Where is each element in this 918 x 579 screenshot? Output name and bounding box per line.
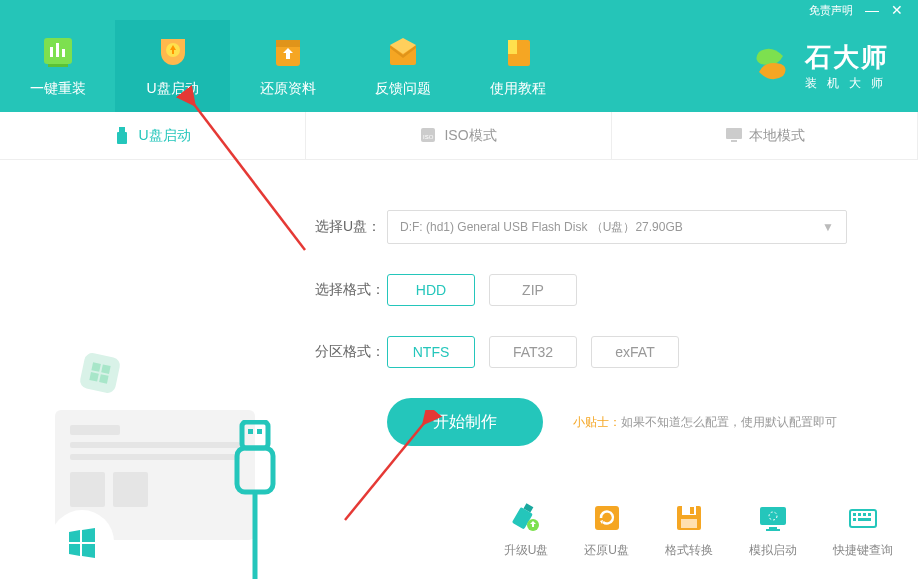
- brand: 石大师 装机大师: [749, 40, 918, 92]
- svg-rect-24: [237, 448, 273, 492]
- tip-body: 如果不知道怎么配置，使用默认配置即可: [621, 415, 837, 429]
- disclaimer-link[interactable]: 免责声明: [809, 3, 853, 18]
- chevron-down-icon: ▼: [822, 220, 834, 234]
- windows-logo-badge: [50, 510, 114, 574]
- nav-label: 一键重装: [30, 80, 86, 98]
- svg-rect-37: [766, 529, 780, 531]
- svg-rect-39: [853, 513, 856, 516]
- iso-icon: ISO: [420, 127, 438, 145]
- svg-rect-3: [62, 49, 65, 57]
- svg-rect-21: [242, 422, 268, 448]
- tool-label: 模拟启动: [749, 542, 797, 559]
- svg-rect-12: [117, 132, 127, 144]
- nav-label: 还原资料: [260, 80, 316, 98]
- tab-local[interactable]: 本地模式: [612, 112, 918, 159]
- book-icon: [498, 34, 538, 72]
- tool-label: 快捷键查询: [833, 542, 893, 559]
- nav-restore[interactable]: 还原资料: [230, 20, 345, 112]
- svg-rect-23: [257, 429, 262, 434]
- header-nav: 一键重装 U盘启动 还原资料 反馈问题 使用教程 石大师 装机大师: [0, 20, 918, 112]
- svg-rect-19: [89, 372, 98, 381]
- minimize-button[interactable]: —: [865, 5, 879, 15]
- start-create-button[interactable]: 开始制作: [387, 398, 543, 446]
- nav-label: 反馈问题: [375, 80, 431, 98]
- monitor-boot-icon: [757, 502, 789, 534]
- svg-rect-32: [690, 507, 694, 514]
- tab-label: ISO模式: [444, 127, 496, 145]
- svg-rect-10: [508, 40, 517, 54]
- usb-select-label: 选择U盘：: [315, 218, 387, 236]
- partition-opt-fat32[interactable]: FAT32: [489, 336, 577, 368]
- svg-rect-42: [868, 513, 871, 516]
- title-bar: 免责声明 — ✕: [0, 0, 918, 20]
- partition-opt-ntfs[interactable]: NTFS: [387, 336, 475, 368]
- svg-rect-18: [101, 364, 110, 373]
- usb-restore-icon: [591, 502, 623, 534]
- svg-rect-7: [276, 40, 300, 47]
- tool-shortcut-query[interactable]: 快捷键查询: [833, 502, 893, 559]
- tool-format-convert[interactable]: 格式转换: [665, 502, 713, 559]
- tab-iso[interactable]: ISO ISO模式: [306, 112, 612, 159]
- partition-opt-exfat[interactable]: exFAT: [591, 336, 679, 368]
- svg-rect-43: [853, 518, 856, 521]
- floppy-icon: [673, 502, 705, 534]
- svg-rect-16: [731, 140, 737, 142]
- svg-rect-15: [726, 128, 742, 139]
- nav-label: U盘启动: [146, 80, 198, 98]
- svg-rect-17: [91, 362, 100, 371]
- upload-icon: [268, 34, 308, 72]
- svg-rect-11: [119, 127, 125, 132]
- brand-title: 石大师: [805, 40, 893, 75]
- tool-upgrade-usb[interactable]: 升级U盘: [504, 502, 549, 559]
- dropdown-value: D:F: (hd1) General USB Flash Disk （U盘）27…: [400, 219, 683, 236]
- tool-label: 还原U盘: [584, 542, 629, 559]
- brand-subtitle: 装机大师: [805, 75, 893, 92]
- monitor-icon: [725, 127, 743, 145]
- usb-upgrade-icon: [510, 502, 542, 534]
- main-content: 选择U盘： D:F: (hd1) General USB Flash Disk …: [0, 160, 918, 579]
- close-button[interactable]: ✕: [891, 5, 903, 15]
- usb-select-dropdown[interactable]: D:F: (hd1) General USB Flash Disk （U盘）27…: [387, 210, 847, 244]
- partition-label: 分区格式：: [315, 343, 387, 361]
- logo-icon: [749, 42, 793, 90]
- tab-usb-boot[interactable]: U盘启动: [0, 112, 306, 159]
- svg-rect-1: [50, 47, 53, 57]
- tool-label: 格式转换: [665, 542, 713, 559]
- tool-simulate-boot[interactable]: 模拟启动: [749, 502, 797, 559]
- mode-tabs: U盘启动 ISO ISO模式 本地模式: [0, 112, 918, 160]
- nav-tutorial[interactable]: 使用教程: [460, 20, 575, 112]
- windows-deco-icon: [79, 352, 122, 395]
- svg-rect-20: [99, 374, 108, 383]
- format-opt-zip[interactable]: ZIP: [489, 274, 577, 306]
- mail-icon: [383, 34, 423, 72]
- nav-label: 使用教程: [490, 80, 546, 98]
- svg-rect-34: [760, 507, 786, 525]
- nav-usb-boot[interactable]: U盘启动: [115, 20, 230, 112]
- format-opt-hdd[interactable]: HDD: [387, 274, 475, 306]
- svg-rect-44: [858, 518, 871, 521]
- bottom-tools: 升级U盘 还原U盘 格式转换 模拟启动 快捷键查询: [504, 502, 893, 559]
- format-label: 选择格式：: [315, 281, 387, 299]
- keyboard-icon: [847, 502, 879, 534]
- tab-label: 本地模式: [749, 127, 805, 145]
- shield-usb-icon: [153, 34, 193, 72]
- svg-rect-4: [48, 64, 68, 67]
- usb-cable-graphic: [225, 420, 285, 579]
- svg-rect-33: [681, 519, 697, 528]
- svg-rect-36: [769, 527, 777, 529]
- svg-rect-29: [595, 506, 619, 530]
- illustration-panel: [0, 160, 315, 579]
- tab-label: U盘启动: [138, 127, 190, 145]
- tool-label: 升级U盘: [504, 542, 549, 559]
- tip-text: 小贴士：如果不知道怎么配置，使用默认配置即可: [573, 414, 837, 431]
- nav-reinstall[interactable]: 一键重装: [0, 20, 115, 112]
- tip-label: 小贴士：: [573, 415, 621, 429]
- nav-feedback[interactable]: 反馈问题: [345, 20, 460, 112]
- svg-rect-41: [863, 513, 866, 516]
- usb-icon: [114, 127, 132, 145]
- tool-restore-usb[interactable]: 还原U盘: [584, 502, 629, 559]
- svg-rect-40: [858, 513, 861, 516]
- svg-text:ISO: ISO: [423, 134, 434, 140]
- svg-rect-22: [248, 429, 253, 434]
- chart-icon: [38, 34, 78, 72]
